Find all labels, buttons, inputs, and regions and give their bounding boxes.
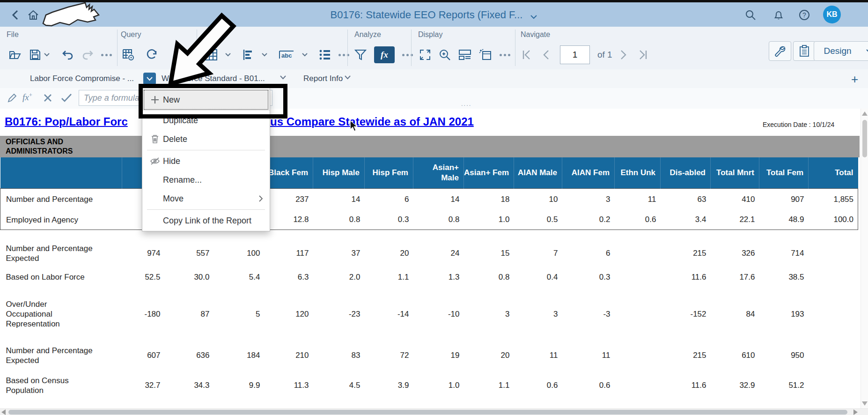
data-cell[interactable]: 3.9	[365, 371, 413, 400]
page-number-input[interactable]: 1	[560, 45, 590, 64]
table-row[interactable]: Based on Census Population32.734.39.911.…	[0, 371, 858, 400]
column-header[interactable]: Ethn Unk	[615, 157, 661, 189]
data-cell[interactable]: 87	[165, 299, 214, 329]
data-cell[interactable]: 0.6	[615, 210, 661, 230]
data-cell[interactable]: 5.4	[214, 267, 265, 288]
document-title[interactable]: B0176: Statewide EEO Reports (Fixed F...	[0, 9, 868, 21]
open-document-icon[interactable]	[8, 49, 22, 61]
table-row[interactable]: Number and Percentage Expected9745571001…	[0, 240, 858, 267]
design-mode-button[interactable]: Design	[814, 41, 861, 61]
reading-mode-button[interactable]	[793, 41, 816, 61]
row-label[interactable]: Over/Under Occupational Representation	[0, 299, 122, 329]
data-cell[interactable]: 0.8	[464, 267, 514, 288]
scroll-down-arrow[interactable]	[862, 401, 868, 406]
data-cell[interactable]: 7	[514, 240, 562, 267]
fullscreen-icon[interactable]	[419, 49, 431, 61]
page-layout-icon[interactable]	[458, 49, 471, 60]
data-cell[interactable]: 34.3	[165, 371, 214, 400]
search-icon[interactable]	[744, 9, 757, 21]
file-overflow-icon[interactable]	[101, 54, 112, 56]
data-cell[interactable]: 193	[759, 299, 809, 329]
data-cell[interactable]: 1.1	[464, 371, 514, 400]
data-cell[interactable]: 100.0	[809, 210, 858, 230]
cancel-formula-icon[interactable]	[43, 93, 52, 103]
tab1-menu-chevron-active[interactable]	[143, 73, 156, 85]
data-cell[interactable]: 63	[661, 189, 711, 210]
data-cell[interactable]: 3	[464, 299, 514, 329]
data-cell[interactable]: 0.3	[562, 267, 615, 288]
vertical-scrollbar[interactable]	[861, 109, 868, 408]
data-cell[interactable]	[615, 299, 661, 329]
data-cell[interactable]: 410	[711, 189, 759, 210]
data-cell[interactable]: 0.2	[562, 210, 615, 230]
column-header[interactable]: AIAN Fem	[562, 157, 615, 189]
create-variable-icon[interactable]: fx+	[22, 91, 32, 103]
data-cell[interactable]: 17.6	[711, 267, 759, 288]
insert-text-icon[interactable]: abc	[279, 49, 294, 60]
add-report-tab-button[interactable]: +	[851, 72, 858, 87]
data-cell[interactable]: -152	[661, 299, 711, 329]
filter-icon[interactable]	[354, 49, 367, 60]
help-icon[interactable]: ?	[798, 9, 810, 21]
column-header[interactable]: AIAN Male	[514, 157, 562, 189]
insert-text-chevron-icon[interactable]	[302, 53, 308, 57]
insert-chart-icon[interactable]	[242, 49, 254, 61]
data-cell[interactable]: 11.6	[661, 371, 711, 400]
data-cell[interactable]: 51.2	[759, 371, 809, 400]
refresh-icon[interactable]	[146, 49, 158, 61]
insert-chart-chevron-icon[interactable]	[262, 53, 267, 57]
data-cell[interactable]: 120	[265, 299, 313, 329]
data-cell[interactable]: 100	[214, 240, 265, 267]
column-header[interactable]	[0, 157, 122, 189]
vertical-scroll-thumb[interactable]	[862, 120, 867, 157]
save-menu-chevron-icon[interactable]	[44, 53, 50, 57]
data-cell[interactable]: 83	[313, 341, 365, 371]
last-page-icon[interactable]	[638, 50, 648, 60]
menu-item-rename[interactable]: Rename...	[142, 170, 270, 189]
data-cell[interactable]: 0.3	[365, 210, 413, 230]
data-cell[interactable]	[809, 341, 858, 371]
data-cell[interactable]: -3	[562, 299, 615, 329]
scroll-right-arrow[interactable]	[853, 409, 858, 415]
data-cell[interactable]: 326	[711, 240, 759, 267]
data-cell[interactable]: 24	[413, 240, 464, 267]
data-cell[interactable]: 11.3	[265, 371, 313, 400]
menu-item-move[interactable]: Move	[142, 189, 270, 208]
data-cell[interactable]: 32.7	[122, 371, 165, 400]
horizontal-scrollbar[interactable]	[0, 408, 868, 415]
row-label[interactable]: Based on Census Population	[0, 371, 122, 400]
data-cell[interactable]: 9.9	[214, 371, 265, 400]
undo-icon[interactable]	[62, 50, 74, 60]
data-cell[interactable]: -180	[122, 299, 165, 329]
data-cell[interactable]: 52.5	[122, 267, 165, 288]
data-cell[interactable]: 19	[413, 341, 464, 371]
save-icon[interactable]	[29, 49, 41, 61]
table-row[interactable]: Employed in Agency12.80.80.30.81.00.50.2…	[0, 210, 858, 230]
data-cell[interactable]: 1,855	[809, 189, 858, 210]
data-cell[interactable]	[809, 371, 858, 400]
scroll-up-arrow[interactable]	[862, 111, 868, 116]
previous-page-icon[interactable]	[542, 50, 550, 60]
data-cell[interactable]	[615, 371, 661, 400]
data-cell[interactable]: 5	[214, 299, 265, 329]
data-cell[interactable]: 0.8	[313, 210, 365, 230]
first-page-icon[interactable]	[522, 50, 532, 60]
tab-labor-force-compromise[interactable]: Labor Force Compromise - ...	[30, 74, 134, 83]
data-cell[interactable]: 3	[562, 189, 615, 210]
data-cell[interactable]: -10	[413, 299, 464, 329]
table-row[interactable]: Over/Under Occupational Representation-1…	[0, 299, 858, 329]
data-cell[interactable]: 237	[265, 189, 313, 210]
data-cell[interactable]	[809, 299, 858, 329]
data-cell[interactable]: 3.4	[661, 210, 711, 230]
data-cell[interactable]: 15	[464, 240, 514, 267]
data-cell[interactable]: 974	[122, 240, 165, 267]
validate-formula-icon[interactable]	[61, 93, 72, 103]
data-cell[interactable]: 37	[313, 240, 365, 267]
data-cell[interactable]: 215	[661, 240, 711, 267]
data-cell[interactable]: 48.9	[759, 210, 809, 230]
column-header[interactable]: Total Fem	[759, 157, 809, 189]
data-cell[interactable]: 11	[615, 189, 661, 210]
data-cell[interactable]: 0.5	[514, 210, 562, 230]
data-cell[interactable]: 30.0	[165, 267, 214, 288]
data-cell[interactable]: -23	[313, 299, 365, 329]
